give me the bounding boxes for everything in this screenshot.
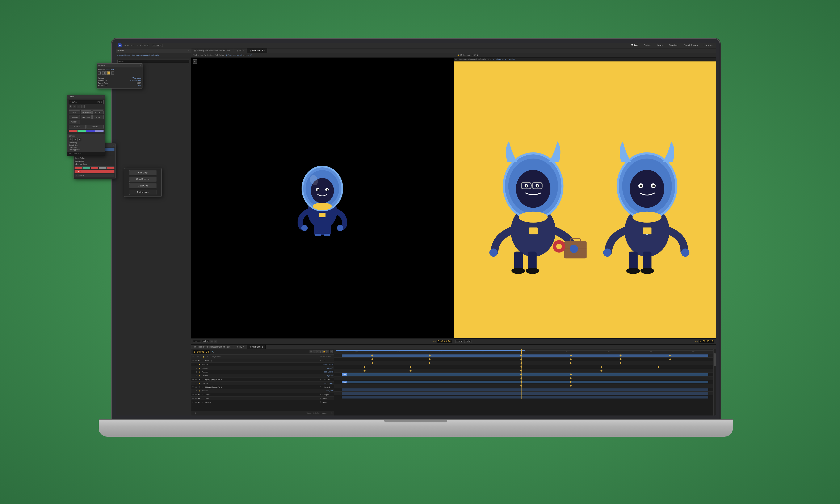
solo-icon-4[interactable]: ◉ bbox=[195, 379, 198, 380]
i-crop-section[interactable]: I Crop bbox=[74, 170, 115, 173]
kf-5p-2[interactable] bbox=[570, 385, 572, 387]
timeline-search-icon[interactable]: 🔍 bbox=[211, 351, 214, 353]
manage-section[interactable]: MANAGE bbox=[74, 174, 115, 177]
camera-btn-3[interactable]: ⊕ bbox=[78, 138, 81, 141]
tl-btn-1[interactable]: ⊞ bbox=[310, 350, 312, 354]
kf-3p-5[interactable] bbox=[657, 366, 659, 368]
link-icon-4[interactable]: ⊗ bbox=[320, 379, 322, 380]
zoom-fit-btn[interactable]: ⊡ bbox=[193, 59, 197, 64]
motion-excite[interactable]: EXCITE bbox=[87, 125, 104, 129]
prev-btn-back[interactable]: |◁ bbox=[98, 71, 101, 75]
folder-add-icon[interactable]: + bbox=[188, 65, 189, 66]
kf-2r-5[interactable] bbox=[619, 362, 622, 364]
eye-icon-4[interactable]: 👁 bbox=[192, 379, 195, 380]
tl-btn-2[interactable]: ⊟ bbox=[313, 350, 316, 354]
solo-icon-6[interactable]: ◉ bbox=[195, 394, 198, 396]
link-icon-6[interactable]: ⊗ bbox=[320, 394, 322, 395]
timeline-timecode[interactable]: 0;00;03;26 bbox=[192, 350, 210, 354]
kf-3p-2[interactable] bbox=[410, 366, 412, 368]
kf-3p-1[interactable] bbox=[363, 366, 366, 368]
expand-icon-6[interactable]: ▶ bbox=[199, 394, 201, 396]
zoom-select-left[interactable]: 50% ▼ bbox=[193, 340, 201, 343]
motion-btn-3[interactable]: ▷ bbox=[77, 105, 81, 108]
tl-btn-7[interactable]: ⊕ bbox=[330, 350, 333, 354]
project-menu-icon[interactable]: ≡ bbox=[188, 50, 189, 52]
shape-tool-icon[interactable]: ◻ bbox=[144, 44, 146, 46]
workspace-libraries[interactable]: Libraries bbox=[702, 43, 714, 47]
search-icon[interactable]: ⌕ bbox=[133, 44, 134, 47]
bc-right-head12[interactable]: Head 12 bbox=[508, 58, 515, 60]
kf-4p-2[interactable] bbox=[570, 377, 572, 379]
motion-btn-4[interactable]: ⟩ bbox=[81, 105, 85, 108]
diamond-3-pos[interactable]: ◆ bbox=[199, 371, 201, 373]
preferences-btn[interactable]: Preferences bbox=[129, 190, 156, 195]
kf-2r-3[interactable] bbox=[520, 362, 522, 364]
hover-offset-item[interactable]: hover/offset bbox=[74, 157, 115, 160]
kf-2r-4[interactable] bbox=[570, 362, 572, 364]
motion-delay[interactable]: DELAY bbox=[92, 110, 104, 114]
motion-clone[interactable]: CLONE bbox=[69, 125, 86, 129]
comp-tab-close[interactable]: × bbox=[264, 50, 265, 52]
kf-2p-1[interactable] bbox=[371, 358, 373, 360]
expand-icon-8[interactable]: ▶ bbox=[199, 401, 201, 403]
preview-panel-close[interactable]: × bbox=[140, 64, 141, 66]
motion-null[interactable]: NULL bbox=[69, 110, 80, 114]
stopwatch-3-rot[interactable]: ⏱ bbox=[195, 375, 198, 377]
comp-tab-character5[interactable]: 🎬 character 5 × bbox=[247, 49, 268, 53]
kf-2p-4[interactable] bbox=[570, 358, 572, 360]
kf-3r-1[interactable] bbox=[363, 370, 366, 372]
solo-icon-1[interactable]: ◉ bbox=[195, 360, 198, 362]
auto-crop-btn[interactable]: Auto Crop bbox=[129, 170, 156, 175]
toggle-switches[interactable]: Toggle Switches / Modes bbox=[306, 412, 327, 414]
kf-3p-4[interactable] bbox=[600, 366, 602, 368]
solo-icon-7[interactable]: ◉ bbox=[195, 397, 198, 399]
timeline-tab-bg4[interactable]: 🎬 BG 4 bbox=[234, 345, 247, 349]
kf-3r-3[interactable] bbox=[520, 370, 522, 372]
motion-panel-close[interactable]: × bbox=[102, 96, 104, 98]
link-icon-7[interactable]: ⊗ bbox=[320, 397, 322, 399]
motion-btn-1[interactable]: ⟨ bbox=[69, 105, 72, 108]
workspace-motion[interactable]: Motion bbox=[630, 43, 639, 47]
tl-btn-5[interactable]: 🔔 bbox=[322, 350, 326, 354]
workspace-small[interactable]: Small Screen bbox=[683, 43, 699, 47]
tl-btn-4[interactable]: ◈ bbox=[319, 350, 322, 354]
kf-2p-2[interactable] bbox=[429, 358, 431, 360]
solo-icon-5[interactable]: ◉ bbox=[195, 386, 198, 388]
zoom-select-right[interactable]: 50% ▼ bbox=[456, 340, 463, 343]
crop-duration-btn[interactable]: Crop Duration bbox=[129, 177, 156, 182]
expand-icon-5[interactable]: ▼ bbox=[199, 386, 201, 388]
shoulder-hips-item[interactable]: shoulder/hips bbox=[74, 163, 115, 165]
back-icon[interactable]: ◁ bbox=[127, 44, 129, 47]
comp-item-trailer[interactable]: Composition Finding Your Professional Se… bbox=[117, 54, 189, 57]
fx-icon-3[interactable]: ! bbox=[81, 153, 82, 155]
prev-btn-prev[interactable]: ◁ bbox=[102, 71, 106, 75]
tl-bottom-icon1[interactable]: + bbox=[192, 412, 194, 414]
motion-tween[interactable]: TWEEN bbox=[69, 120, 80, 124]
expand-icon-1[interactable]: ▶ bbox=[199, 360, 201, 362]
kf-2r-1[interactable] bbox=[371, 362, 373, 364]
bc-char5[interactable]: character 5 bbox=[233, 54, 242, 56]
bc-right-bg4[interactable]: BG 4 bbox=[490, 58, 494, 60]
diamond-4-pos[interactable]: ◆ bbox=[199, 382, 201, 384]
kf-3r-4[interactable] bbox=[600, 370, 602, 372]
kf-2p-6[interactable] bbox=[669, 358, 671, 360]
kf-3r-2[interactable] bbox=[410, 370, 412, 372]
select-tool-icon[interactable]: ↖ bbox=[137, 44, 139, 46]
diamond-5-pos[interactable]: ◆ bbox=[199, 390, 201, 392]
workspace-default[interactable]: Default bbox=[642, 43, 652, 47]
bubble-horse-btn[interactable]: ▶ bbox=[113, 144, 114, 146]
link-icon-5[interactable]: ⊗ bbox=[320, 386, 322, 388]
kf-5p-1[interactable] bbox=[520, 385, 522, 387]
motion-btn-2[interactable]: ◁ bbox=[73, 105, 76, 108]
expand-icon-4[interactable]: ▼ bbox=[199, 379, 201, 380]
text-tool-icon[interactable]: T bbox=[142, 44, 143, 46]
diamond-2-rot[interactable]: ◆ bbox=[199, 367, 201, 369]
kf-2p-3[interactable] bbox=[520, 358, 522, 360]
diamond-2-pos[interactable]: ◆ bbox=[199, 363, 201, 365]
timeline-scrollbar[interactable] bbox=[713, 349, 716, 415]
eye-icon-1[interactable]: 👁 bbox=[192, 360, 195, 362]
tl-bottom-icon3[interactable]: — bbox=[328, 412, 330, 414]
prev-btn-play[interactable]: ▷ bbox=[106, 71, 110, 75]
kf-2p-5[interactable] bbox=[619, 358, 622, 360]
workspace-learn[interactable]: Learn bbox=[656, 43, 664, 47]
